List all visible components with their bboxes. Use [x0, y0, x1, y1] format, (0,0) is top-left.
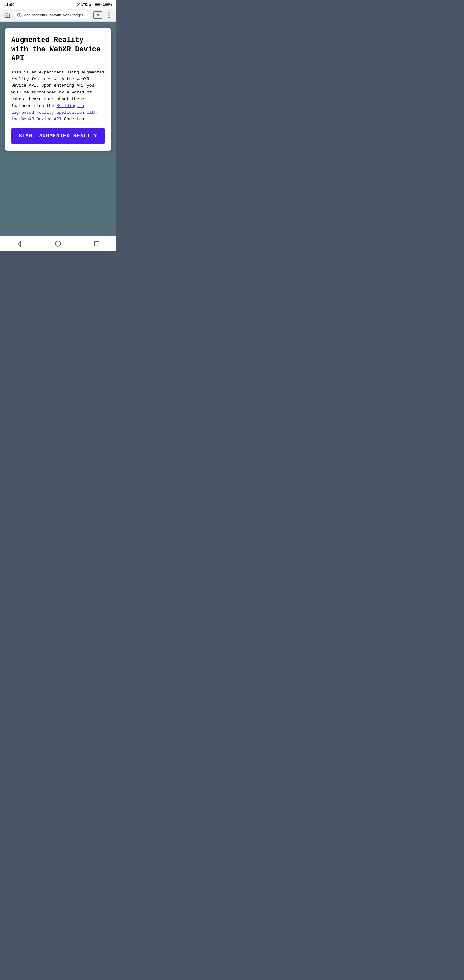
card-title: Augmented Reality with the WebXR Device …	[11, 36, 105, 64]
signal-icon	[89, 3, 94, 6]
battery-label: 100%	[103, 3, 112, 6]
info-icon	[17, 13, 22, 18]
svg-rect-3	[92, 3, 92, 6]
svg-point-9	[19, 14, 20, 15]
lte-label: LTE	[81, 3, 87, 6]
recents-button[interactable]	[89, 236, 104, 251]
back-button[interactable]	[11, 236, 27, 251]
tabs-button[interactable]: 3	[94, 11, 102, 19]
menu-button[interactable]	[105, 11, 113, 19]
card-description: This is an experiment using augmented re…	[11, 69, 105, 123]
content-card: Augmented Reality with the WebXR Device …	[5, 28, 111, 151]
main-content: Augmented Reality with the WebXR Device …	[0, 22, 116, 236]
status-icons: LTE 100%	[75, 3, 112, 6]
status-bar: 11:00 LTE 100%	[0, 0, 116, 9]
battery-icon	[95, 3, 102, 6]
svg-point-12	[56, 241, 60, 246]
svg-rect-2	[90, 4, 91, 6]
home-nav-icon	[55, 240, 61, 247]
wifi-icon	[75, 3, 80, 6]
svg-marker-11	[18, 241, 21, 246]
menu-dot-1	[108, 12, 110, 14]
svg-rect-13	[94, 242, 99, 246]
svg-rect-7	[95, 3, 100, 6]
home-button[interactable]	[3, 11, 11, 19]
nav-bar	[0, 236, 116, 251]
home-nav-button[interactable]	[50, 236, 66, 251]
description-before-link: This is an experiment using augmented re…	[11, 70, 104, 108]
description-after-link: Code Lab.	[62, 117, 87, 121]
address-bar[interactable]: localhost:8888/ar-with-webxr/step-0	[14, 11, 91, 19]
address-text: localhost:8888/ar-with-webxr/step-0	[24, 13, 84, 18]
status-time: 11:00	[4, 2, 14, 7]
svg-rect-4	[93, 3, 94, 6]
back-icon	[16, 240, 22, 247]
menu-dot-2	[108, 14, 110, 16]
browser-chrome: localhost:8888/ar-with-webxr/step-0 3	[0, 9, 116, 22]
start-ar-button[interactable]: START AUGMENTED REALITY	[11, 128, 105, 144]
menu-dot-3	[108, 17, 110, 18]
svg-point-0	[77, 6, 78, 6]
recents-icon	[94, 241, 100, 247]
svg-rect-6	[101, 4, 102, 5]
svg-rect-1	[89, 5, 90, 6]
